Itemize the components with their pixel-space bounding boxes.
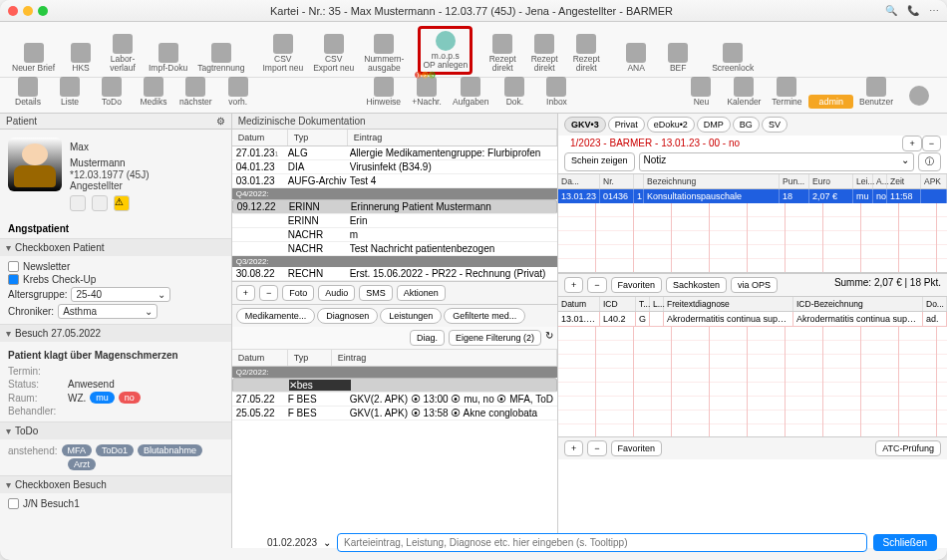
ih-do[interactable]: Do... <box>923 297 947 311</box>
subtoolbar-liste[interactable]: Liste <box>50 75 90 109</box>
subtoolbar-mediks[interactable]: Mediks <box>134 75 173 109</box>
toolbar-nummern-ausgabe[interactable]: Nummern- ausgabe <box>360 32 408 75</box>
doc-row[interactable]: ERINNErin <box>232 214 557 228</box>
via-ops-button[interactable]: via OPS <box>731 277 778 293</box>
subtoolbar-kalender[interactable]: Kalender <box>723 75 765 109</box>
toolbar-csv-export-neu[interactable]: CSV Export neu <box>309 32 358 75</box>
add-button[interactable]: + <box>236 285 255 301</box>
toolbar-ana[interactable]: ANA <box>616 41 656 75</box>
alters-select[interactable]: 25-40⌄ <box>71 287 170 302</box>
toolbar-rezept-direkt[interactable]: Rezept direkt <box>566 32 606 75</box>
col-datum[interactable]: Datum <box>232 130 288 145</box>
toolbar-screenlock[interactable]: Screenlock <box>708 41 758 75</box>
toolbar-m-o-p-s-op-anlegen[interactable]: m.o.p.s OP anlegen <box>418 26 473 75</box>
ih-l[interactable]: L... <box>650 297 664 311</box>
audio-button[interactable]: Audio <box>318 285 355 301</box>
gh-lei[interactable]: Lei... <box>853 174 873 188</box>
todo-tag[interactable]: Arzt <box>68 458 96 470</box>
gh-a[interactable]: A... <box>873 174 887 188</box>
tab-edoku-[interactable]: eDoku•2 <box>647 117 695 133</box>
search-icon[interactable]: 🔍 <box>885 5 897 16</box>
gear-icon[interactable]: ⚙ <box>216 116 225 127</box>
toolbar-neuer-brief[interactable]: Neuer Brief <box>8 41 59 75</box>
tab-medikamente[interactable]: Medikamente... <box>236 308 316 324</box>
subtoolbar-vorh-[interactable]: vorh. <box>218 75 258 109</box>
atc-button[interactable]: ATC-Prüfung <box>875 440 941 456</box>
subtoolbar-neu[interactable]: Neu <box>681 75 721 109</box>
tab-gefilterte[interactable]: Gefilterte med... <box>444 308 525 324</box>
toolbar-hks[interactable]: HKS <box>61 41 101 75</box>
subtoolbar-n-chster[interactable]: nächster <box>175 75 216 109</box>
icd-row[interactable]: 13.01.23 L40.2 G Akrodermatitis continua… <box>558 312 947 327</box>
toolbar-impf-doku[interactable]: Impf-Doku <box>145 41 191 75</box>
ih-icdbez[interactable]: ICD-Bezeichnung <box>793 297 923 311</box>
toolbar-labor-verlauf[interactable]: Labor- verlauf <box>103 32 143 75</box>
refresh-icon[interactable]: ↻ <box>545 330 553 346</box>
ih-datum[interactable]: Datum <box>558 297 600 311</box>
patient-chip-2[interactable] <box>92 195 108 211</box>
ih-icd[interactable]: ICD <box>600 297 636 311</box>
minimize-window[interactable] <box>23 6 33 16</box>
subtoolbar-inbox[interactable]: Inbox <box>536 75 576 109</box>
schein-zeigen-button[interactable]: Schein zeigen <box>564 152 635 171</box>
gh-punkte[interactable]: Pun... <box>780 174 809 188</box>
subtoolbar--nachr-[interactable]: +Nachr. <box>407 75 447 109</box>
tab-dmp[interactable]: DMP <box>697 117 731 133</box>
sachkosten-button[interactable]: Sachkosten <box>666 277 727 293</box>
maximize-window[interactable] <box>38 6 48 16</box>
minus-button-2[interactable]: − <box>587 277 606 293</box>
minus-button[interactable]: − <box>922 136 941 151</box>
subtoolbar-todo[interactable]: ToDo <box>92 75 132 109</box>
col-datum2[interactable]: Datum <box>232 350 288 366</box>
toolbar-bef[interactable]: BEF <box>658 41 698 75</box>
newsletter-checkbox[interactable] <box>8 261 19 272</box>
patient-chip-1[interactable] <box>70 195 86 211</box>
sms-button[interactable]: SMS <box>359 285 393 301</box>
todo-tag[interactable]: MFA <box>62 444 93 456</box>
gh-apk[interactable]: APK <box>921 174 947 188</box>
toolbar-rezept-direkt[interactable]: Rezept direkt <box>482 32 522 75</box>
gh-nr[interactable]: Nr. <box>600 174 634 188</box>
diag-button[interactable]: Diag. <box>410 330 445 346</box>
jn-checkbox[interactable] <box>8 498 19 509</box>
doc-row[interactable]: NACHRm <box>232 228 557 242</box>
settings-icon[interactable]: ⋯ <box>929 5 939 16</box>
ih-freitext[interactable]: Freitextdiagnose <box>664 297 793 311</box>
visit-row-selected[interactable]: ✕bes <box>232 378 557 393</box>
favoriten-button-2[interactable]: Favoriten <box>611 440 663 456</box>
todo-tag[interactable]: ToDo1 <box>96 444 134 456</box>
plus-button-2[interactable]: + <box>564 277 583 293</box>
todo-tag[interactable]: Blutabnahme <box>138 444 202 456</box>
visit-row[interactable]: 25.05.22F BESGKV(1. APK) ⦿ 13:58 ⦿ Akne … <box>232 407 557 420</box>
tab-gkv-[interactable]: GKV•3 <box>564 117 606 133</box>
eigene-filter-button[interactable]: Eigene Filterung (2) <box>449 330 541 346</box>
subtoolbar-hinweise[interactable]: Hinweise <box>363 75 406 109</box>
doc-row[interactable]: 03.01.23AUFG-ArchivTest 4 <box>232 174 557 188</box>
ih-t[interactable]: T... <box>636 297 650 311</box>
tab-privat[interactable]: Privat <box>608 117 645 133</box>
leistung-row[interactable]: 13.01.23 01436 1 Konsultationspauschale … <box>558 189 947 203</box>
close-window[interactable] <box>8 6 18 16</box>
admin-badge[interactable]: admin <box>808 95 853 109</box>
phone-icon[interactable]: 📞 <box>907 5 919 16</box>
toolbar-tagtrennung[interactable]: Tagtrennung <box>193 41 248 75</box>
minus-button-3[interactable]: − <box>587 440 606 456</box>
doc-row[interactable]: 04.01.23DIAVirusinfekt (B34.9) <box>232 160 557 174</box>
gh-datum[interactable]: Da... <box>558 174 600 188</box>
gh-zeit[interactable]: Zeit <box>887 174 921 188</box>
favoriten-button[interactable]: Favoriten <box>611 277 663 293</box>
tab-bg[interactable]: BG <box>733 117 760 133</box>
dropdown-icon[interactable]: ⌄ <box>323 537 331 548</box>
subtoolbar-benutzer[interactable]: Benutzer <box>855 75 897 109</box>
toolbar-rezept-direkt[interactable]: Rezept direkt <box>524 32 564 75</box>
tab-leistungen[interactable]: Leistungen <box>380 308 442 324</box>
col-eintrag2[interactable]: Eintrag <box>332 350 557 366</box>
toolbar-csv-import-neu[interactable]: CSV Import neu <box>258 32 307 75</box>
chron-select[interactable]: Asthma⌄ <box>58 304 158 319</box>
col-typ[interactable]: Typ <box>288 130 348 145</box>
plus-button[interactable]: + <box>902 136 921 151</box>
krebs-checkbox[interactable] <box>8 274 19 285</box>
foto-button[interactable]: Foto <box>282 285 314 301</box>
subtoolbar-dok-[interactable]: Dok. <box>494 75 534 109</box>
doc-row[interactable]: 09.12.22ERINNErinnerung Patient Musterma… <box>232 199 557 214</box>
